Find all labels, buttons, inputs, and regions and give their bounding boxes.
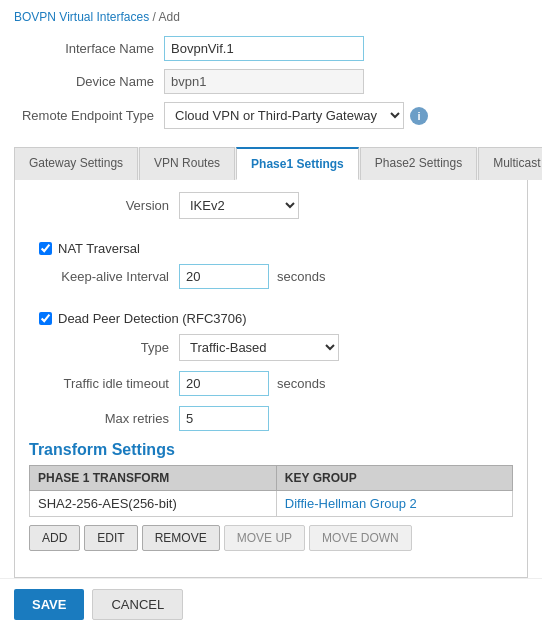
max-retries-label: Max retries: [29, 411, 179, 426]
remove-button[interactable]: REMOVE: [142, 525, 220, 551]
action-buttons: ADD EDIT REMOVE MOVE UP MOVE DOWN: [29, 525, 513, 551]
remote-endpoint-row: Remote Endpoint Type Cloud VPN or Third-…: [14, 102, 528, 129]
idle-timeout-row: Traffic idle timeout seconds: [29, 371, 513, 396]
keepalive-input[interactable]: [179, 264, 269, 289]
tab-vpn-routes[interactable]: VPN Routes: [139, 147, 235, 180]
transform-section: Transform Settings PHASE 1 TRANSFORM KEY…: [29, 441, 513, 551]
version-label: Version: [29, 198, 179, 213]
version-select[interactable]: IKEv2 IKEv1: [179, 192, 299, 219]
transform-value: SHA2-256-AES(256-bit): [30, 491, 277, 517]
save-button[interactable]: SAVE: [14, 589, 84, 620]
col-key-group: KEY GROUP: [276, 466, 512, 491]
cancel-button[interactable]: CANCEL: [92, 589, 183, 620]
move-up-button[interactable]: MOVE UP: [224, 525, 305, 551]
edit-button[interactable]: EDIT: [84, 525, 137, 551]
remote-endpoint-select[interactable]: Cloud VPN or Third-Party Gateway: [164, 102, 404, 129]
dpd-row: Dead Peer Detection (RFC3706): [29, 311, 513, 326]
nat-traversal-row: NAT Traversal: [29, 241, 513, 256]
add-button[interactable]: ADD: [29, 525, 80, 551]
transform-table: PHASE 1 TRANSFORM KEY GROUP SHA2-256-AES…: [29, 465, 513, 517]
interface-name-row: Interface Name: [14, 36, 528, 61]
type-label: Type: [29, 340, 179, 355]
nat-traversal-checkbox[interactable]: [39, 242, 52, 255]
remote-endpoint-label: Remote Endpoint Type: [14, 108, 164, 123]
breadcrumb-link[interactable]: BOVPN Virtual Interfaces: [14, 10, 149, 24]
transform-title: Transform Settings: [29, 441, 513, 459]
keepalive-unit: seconds: [277, 269, 325, 284]
interface-name-input[interactable]: [164, 36, 364, 61]
interface-name-label: Interface Name: [14, 41, 164, 56]
type-select[interactable]: Traffic-Based On-Demand Disabled: [179, 334, 339, 361]
tab-phase2[interactable]: Phase2 Settings: [360, 147, 477, 180]
tab-multicast[interactable]: Multicast Settings: [478, 147, 542, 180]
tab-gateway[interactable]: Gateway Settings: [14, 147, 138, 180]
tabs-container: Gateway Settings VPN Routes Phase1 Setti…: [0, 147, 542, 578]
form-section: Interface Name Device Name Remote Endpoi…: [0, 30, 542, 147]
table-row: SHA2-256-AES(256-bit) Diffie-Hellman Gro…: [30, 491, 513, 517]
idle-timeout-label: Traffic idle timeout: [29, 376, 179, 391]
dpd-checkbox[interactable]: [39, 312, 52, 325]
idle-timeout-input[interactable]: [179, 371, 269, 396]
info-icon[interactable]: i: [410, 107, 428, 125]
max-retries-row: Max retries: [29, 406, 513, 431]
dpd-label: Dead Peer Detection (RFC3706): [58, 311, 247, 326]
keepalive-row: Keep-alive Interval seconds: [29, 264, 513, 289]
breadcrumb: BOVPN Virtual Interfaces / Add: [0, 0, 542, 30]
nat-traversal-label: NAT Traversal: [58, 241, 140, 256]
tab-content: Version IKEv2 IKEv1 NAT Traversal Keep-a…: [14, 180, 528, 578]
type-row: Type Traffic-Based On-Demand Disabled: [29, 334, 513, 361]
breadcrumb-current: Add: [159, 10, 180, 24]
device-name-label: Device Name: [14, 74, 164, 89]
footer-buttons: SAVE CANCEL: [0, 578, 542, 620]
device-name-input: [164, 69, 364, 94]
col-phase1-transform: PHASE 1 TRANSFORM: [30, 466, 277, 491]
move-down-button[interactable]: MOVE DOWN: [309, 525, 412, 551]
tab-phase1[interactable]: Phase1 Settings: [236, 147, 359, 180]
tabs: Gateway Settings VPN Routes Phase1 Setti…: [14, 147, 528, 180]
version-row: Version IKEv2 IKEv1: [29, 192, 513, 219]
key-group-value[interactable]: Diffie-Hellman Group 2: [276, 491, 512, 517]
idle-timeout-unit: seconds: [277, 376, 325, 391]
device-name-row: Device Name: [14, 69, 528, 94]
max-retries-input[interactable]: [179, 406, 269, 431]
keepalive-label: Keep-alive Interval: [29, 269, 179, 284]
